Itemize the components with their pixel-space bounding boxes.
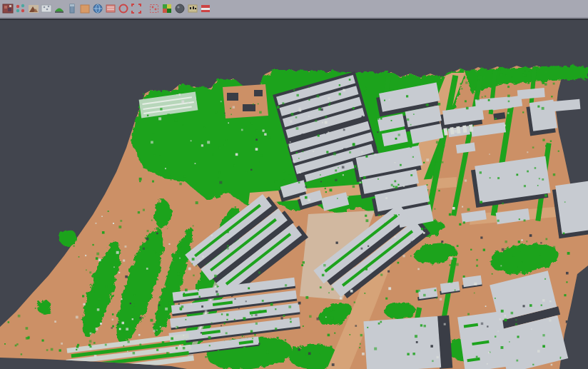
classification-map-icon: [161, 3, 173, 14]
circle-selection-icon: [118, 3, 129, 14]
profile-column-button[interactable]: [66, 1, 78, 16]
dark-sphere-icon: [174, 3, 186, 14]
annotated-map-icon: [187, 3, 198, 14]
point-cloud-icon: [41, 3, 52, 14]
raster-image-icon: [2, 3, 14, 14]
profile-column-icon: [66, 3, 78, 14]
application-window: [0, 0, 588, 369]
globe-button[interactable]: [92, 1, 104, 16]
annotated-map-button[interactable]: [186, 1, 198, 16]
dotted-region-button[interactable]: [148, 1, 160, 16]
dotted-region-icon: [148, 3, 160, 14]
red-layers-icon: [105, 3, 116, 14]
point-pairs-button[interactable]: [15, 1, 27, 16]
orange-tile-icon: [79, 3, 91, 14]
red-layers-button[interactable]: [105, 1, 117, 16]
vegetation-mound-icon: [54, 3, 65, 14]
classification-map-button[interactable]: [161, 1, 173, 16]
globe-icon: [92, 3, 103, 14]
circle-selection-button[interactable]: [118, 1, 130, 16]
point-cloud-button[interactable]: [41, 1, 53, 16]
toolbar: [0, 0, 588, 19]
viewport-3d[interactable]: [0, 0, 588, 369]
mountain-terrain-icon: [28, 3, 39, 14]
dark-sphere-button[interactable]: [173, 1, 186, 16]
mountain-terrain-button[interactable]: [28, 1, 40, 16]
vegetation-mound-button[interactable]: [54, 1, 66, 16]
orange-tile-button[interactable]: [79, 1, 91, 16]
bounds-selection-icon: [131, 3, 142, 14]
bounds-selection-button[interactable]: [131, 1, 143, 16]
raster-image-button[interactable]: [2, 1, 14, 16]
point-pairs-icon: [15, 3, 26, 14]
striped-flag-icon: [200, 3, 211, 14]
striped-flag-button[interactable]: [199, 1, 211, 16]
scene-svg: [0, 0, 588, 369]
